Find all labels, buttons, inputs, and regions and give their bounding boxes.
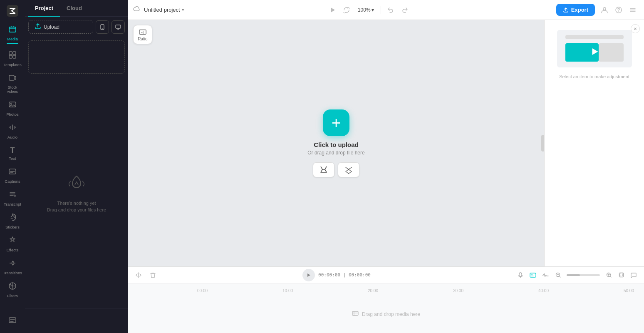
right-panel: ✕ Select an item to make adjustment: [544, 20, 644, 266]
ruler-mark-4: 40:00: [538, 288, 549, 293]
svg-point-16: [603, 7, 606, 10]
audio-icon: [8, 123, 17, 134]
upload-button[interactable]: Upload: [28, 20, 93, 34]
audio-wave-btn[interactable]: [540, 270, 551, 281]
play-btn[interactable]: [326, 4, 339, 16]
title-chevron-icon: ▾: [182, 7, 184, 12]
mic-btn[interactable]: [515, 270, 526, 281]
upload-icon: [35, 23, 41, 31]
svg-marker-20: [307, 273, 310, 277]
timeline-ruler: 00:00 10:00 20:00 30:00 40:00 50:00: [128, 283, 644, 295]
sidebar-item-text[interactable]: T Text: [1, 143, 24, 164]
sidebar-item-templates-label: Templates: [3, 62, 21, 67]
upload-zone[interactable]: + Click to upload Or drag and drop file …: [307, 109, 364, 177]
stickers-icon: [8, 213, 17, 224]
help-btn[interactable]: [612, 4, 625, 16]
sidebar-item-stickers[interactable]: Stickers: [1, 210, 24, 233]
topbar-icon-group: Export: [556, 4, 639, 16]
profile-btn[interactable]: [598, 4, 611, 16]
sidebar-item-captions[interactable]: Captions: [1, 164, 24, 187]
sidebar-item-media[interactable]: Media: [1, 22, 24, 47]
sidebar: Media Templates Stockvideos: [0, 0, 25, 333]
google-drive-btn[interactable]: [313, 162, 334, 177]
redo-btn[interactable]: [399, 4, 411, 16]
tab-cloud[interactable]: Cloud: [60, 0, 89, 16]
svg-point-18: [618, 11, 619, 12]
tab-project[interactable]: Project: [28, 0, 60, 16]
timeline-time: 00:00:00 | 00:00:00: [318, 272, 371, 278]
dropbox-btn[interactable]: [338, 162, 359, 177]
timeline-tracks[interactable]: Drag and drop media here: [128, 295, 644, 333]
zoom-in-btn[interactable]: [603, 270, 614, 281]
timeline-drop-hint: Drag and drop media here: [352, 310, 420, 318]
ruler-mark-3: 30:00: [453, 288, 463, 293]
ruler-mark-1: 10:00: [282, 288, 293, 293]
timeline-playback: 00:00:00 | 00:00:00: [302, 269, 371, 281]
svg-rect-4: [9, 55, 12, 58]
effects-icon: [8, 236, 17, 246]
sidebar-item-photos-label: Photos: [6, 112, 19, 117]
svg-point-8: [11, 103, 12, 104]
right-panel-message: Select an item to make adjustment: [545, 71, 644, 86]
delete-btn[interactable]: [147, 270, 158, 281]
svg-point-10: [11, 216, 12, 217]
upload-plus-button[interactable]: +: [323, 109, 349, 136]
panel-bottom: [25, 308, 128, 333]
sidebar-item-stickers-label: Stickers: [5, 225, 20, 229]
panel-empty-text: There's nothing yet Drag and drop your f…: [47, 200, 106, 214]
filters-icon: [8, 282, 17, 292]
drop-hint-text: Drag and drop media here: [362, 311, 420, 317]
loop-btn[interactable]: [340, 4, 353, 16]
desktop-view-btn[interactable]: [111, 20, 125, 34]
sidebar-item-transitions[interactable]: Transitions: [1, 256, 24, 278]
project-title-group[interactable]: Untitled project ▾: [144, 7, 184, 13]
sidebar-item-text-label: Text: [9, 156, 16, 161]
right-panel-preview: [545, 20, 644, 71]
main-area: Untitled project ▾ 100% ▾: [128, 0, 644, 333]
sidebar-item-effects[interactable]: Effects: [1, 233, 24, 256]
sidebar-item-audio[interactable]: Audio: [1, 120, 24, 143]
panel-toolbar: Upload: [25, 17, 128, 37]
undo-btn[interactable]: [384, 4, 397, 16]
cloud-icon: [133, 5, 141, 15]
svg-rect-5: [13, 55, 16, 58]
export-button[interactable]: Export: [556, 4, 595, 16]
timeline-play-btn[interactable]: [302, 269, 315, 281]
split-btn[interactable]: [133, 270, 144, 281]
fit-btn[interactable]: [616, 270, 627, 281]
captions-icon: [8, 167, 17, 178]
comments-btn[interactable]: [628, 270, 639, 281]
zoom-slider[interactable]: [567, 274, 600, 276]
stock-videos-icon: [8, 74, 17, 84]
sidebar-item-stock-videos[interactable]: Stockvideos: [1, 70, 24, 97]
preview-cursor: [589, 48, 598, 57]
ruler-mark-0: 00:00: [197, 288, 208, 293]
svg-rect-3: [13, 52, 16, 55]
sidebar-item-effects-label: Effects: [7, 248, 19, 252]
sidebar-item-filters[interactable]: Filters: [1, 278, 24, 301]
caption-toggle-btn[interactable]: [528, 270, 538, 281]
canvas-content[interactable]: + Click to upload Or drag and drop file …: [128, 20, 544, 266]
zoom-display[interactable]: 100% ▾: [354, 7, 377, 13]
text-icon: T: [10, 146, 15, 155]
mobile-view-btn[interactable]: [96, 20, 109, 34]
close-right-panel-btn[interactable]: ✕: [631, 24, 640, 33]
preview-bar-bottom: [599, 43, 624, 62]
preview-bar-top: [565, 35, 624, 39]
sidebar-item-photos[interactable]: Photos: [1, 97, 24, 120]
canvas-toolbar: Ratio: [133, 25, 152, 44]
drop-zone-placeholder[interactable]: [28, 40, 125, 74]
sidebar-item-transcript[interactable]: Transcript: [1, 187, 24, 210]
settings-btn[interactable]: [627, 4, 639, 16]
transcript-icon: [8, 190, 17, 201]
canvas-right-container: Ratio + Click to upload Or drag and drop…: [128, 20, 644, 266]
photos-icon: [8, 100, 17, 111]
sidebar-item-templates[interactable]: Templates: [1, 47, 24, 70]
zoom-out-btn[interactable]: [552, 270, 563, 281]
media-drop-icon: [352, 310, 359, 318]
sidebar-item-subtitles[interactable]: [1, 313, 24, 330]
zoom-chevron-icon: ▾: [372, 7, 374, 13]
ratio-button[interactable]: Ratio: [133, 25, 152, 44]
panel-tabs: Project Cloud: [25, 0, 128, 17]
templates-icon: [8, 51, 17, 61]
